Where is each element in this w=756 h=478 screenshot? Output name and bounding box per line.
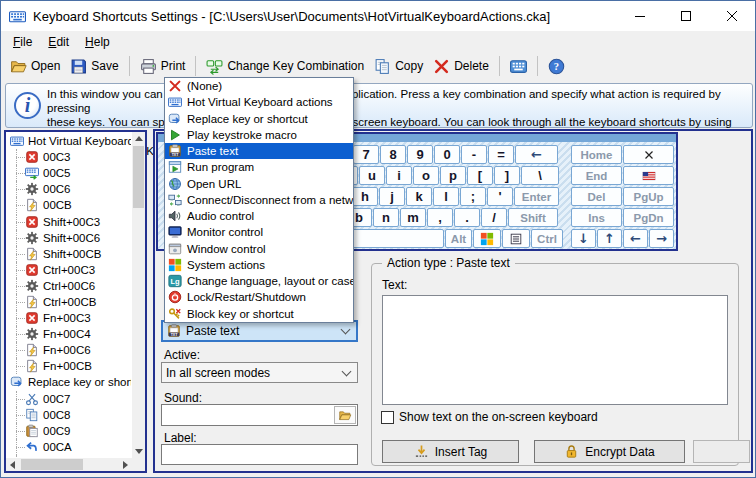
key-close-x[interactable] <box>623 145 674 164</box>
key-l[interactable]: l <box>433 187 459 206</box>
insert-tag-button[interactable]: Insert Tag <box>382 440 519 463</box>
tree-item-fn-00cb[interactable]: Fn+00CB <box>7 358 131 374</box>
tree-item-00ca[interactable]: 00CA <box>7 439 131 455</box>
tree-item-00c6[interactable]: 00C6 <box>7 181 131 197</box>
key-alt[interactable]: Alt <box>445 229 472 248</box>
key-del[interactable]: Del <box>571 187 622 206</box>
tree-item-ctrl-00c3[interactable]: Ctrl+00C3 <box>7 262 131 278</box>
scroll-up-arrow[interactable] <box>132 132 145 145</box>
dropdown-item-change-language-layout-or-case[interactable]: LgChange language, layout or case <box>165 273 353 289</box>
toolbar-open-button[interactable]: Open <box>5 56 65 77</box>
key-↓[interactable]: ↓ <box>571 229 596 248</box>
key-shift[interactable]: Shift <box>508 208 558 227</box>
key-←[interactable]: ← <box>623 229 648 248</box>
minimize-button[interactable] <box>617 1 663 31</box>
key-0[interactable]: 0 <box>434 145 460 164</box>
toolbar-print-button[interactable]: Print <box>135 56 191 77</box>
toolbar-save-button[interactable]: Save <box>65 56 123 77</box>
tree-item-00c5[interactable]: 00C5 <box>7 165 131 181</box>
action-type-combobox[interactable]: TXT Paste text <box>161 320 358 342</box>
menu-help[interactable]: Help <box>77 33 118 51</box>
dropdown-item-monitor-control[interactable]: Monitor control <box>165 224 353 240</box>
sound-browse-button[interactable] <box>334 406 356 424</box>
dropdown-item-lock-restart-shutdown[interactable]: Lock/Restart/Shutdown <box>165 289 353 305</box>
key-ins[interactable]: Ins <box>571 208 622 227</box>
key-h[interactable]: h <box>352 187 378 206</box>
key-o[interactable]: o <box>413 166 439 185</box>
tree-item-00c9[interactable]: 00C9 <box>7 423 131 439</box>
tree-vertical-scrollbar[interactable] <box>132 132 145 458</box>
vertical-scroll-thumb[interactable] <box>133 146 144 208</box>
key-9[interactable]: 9 <box>407 145 433 164</box>
maximize-button[interactable] <box>663 1 709 31</box>
dropdown-item-audio-control[interactable]: Audio control <box>165 208 353 224</box>
dropdown-item--none-[interactable]: (None) <box>165 78 353 94</box>
dropdown-item-run-program[interactable]: Run program <box>165 159 353 175</box>
close-button[interactable] <box>709 1 755 31</box>
dropdown-item-hot-virtual-keyboard-actions[interactable]: Hot Virtual Keyboard actions <box>165 94 353 110</box>
tree-item-00c3[interactable]: 00C3 <box>7 149 131 165</box>
dropdown-item-replace-key-or-shortcut[interactable]: Replace key or shortcut <box>165 111 353 127</box>
toolbar-help-button[interactable]: ? <box>543 56 570 77</box>
scroll-left-arrow[interactable] <box>6 458 19 471</box>
toolbar-change-key-combination-button[interactable]: Change Key Combination <box>201 56 369 77</box>
sound-input[interactable] <box>161 404 358 426</box>
toolbar-copy-button[interactable]: Copy <box>369 56 428 77</box>
key-k[interactable]: k <box>406 187 432 206</box>
toolbar-delete-button[interactable]: Delete <box>428 56 494 77</box>
paste-text-textarea[interactable] <box>382 295 728 405</box>
key-n[interactable]: n <box>373 208 399 227</box>
show-text-checkbox[interactable] <box>381 411 394 424</box>
tree-item-shift-00c7[interactable]: Shift+00C7 <box>7 455 131 457</box>
key-.[interactable]: . <box>454 208 480 227</box>
key-menu-key[interactable] <box>502 229 530 248</box>
key-p[interactable]: p <box>440 166 466 185</box>
key-enter[interactable]: Enter <box>514 187 559 206</box>
key-j[interactable]: j <box>379 187 405 206</box>
tree-horizontal-scrollbar[interactable] <box>6 458 132 471</box>
tree-item-00c8[interactable]: 00C8 <box>7 407 131 423</box>
encrypt-data-button[interactable]: Encrypt Data <box>534 440 685 463</box>
key-↑[interactable]: ↑ <box>597 229 622 248</box>
key--[interactable]: - <box>461 145 487 164</box>
key-us-flag[interactable] <box>623 166 674 185</box>
toolbar-keyboard-btn-button[interactable] <box>505 56 532 77</box>
key-ctrl[interactable]: Ctrl <box>531 229 563 248</box>
label-input[interactable] <box>161 444 358 465</box>
key-→[interactable]: → <box>649 229 674 248</box>
key-u[interactable]: u <box>359 166 385 185</box>
dropdown-item-paste-text[interactable]: TXTPaste text <box>165 143 353 159</box>
menu-file[interactable]: File <box>5 33 40 51</box>
dropdown-item-window-control[interactable]: Window control <box>165 241 353 257</box>
tree-item-00c7[interactable]: 00C7 <box>7 391 131 407</box>
key-pgup[interactable]: PgUp <box>623 187 674 206</box>
tree-item-replace-key-or-shortcut[interactable]: Replace key or shortcut <box>7 374 131 390</box>
key-m[interactable]: m <box>400 208 426 227</box>
key-pgdn[interactable]: PgDn <box>623 208 674 227</box>
tree-item-fn-00c6[interactable]: Fn+00C6 <box>7 342 131 358</box>
dropdown-item-system-actions[interactable]: System actions <box>165 257 353 273</box>
key-end[interactable]: End <box>571 166 622 185</box>
tree-item-shift-00c6[interactable]: Shift+00C6 <box>7 230 131 246</box>
dropdown-item-connect-disconnect-from-a-network[interactable]: Connect/Disconnect from a network <box>165 192 353 208</box>
key-][interactable]: ] <box>494 166 520 185</box>
key-=[interactable]: = <box>488 145 514 164</box>
key-;[interactable]: ; <box>460 187 486 206</box>
key-'[interactable]: ' <box>487 187 513 206</box>
key-7[interactable]: 7 <box>353 145 379 164</box>
tree-item-shift-00c3[interactable]: Shift+00C3 <box>7 213 131 229</box>
tree-item-ctrl-00cb[interactable]: Ctrl+00CB <box>7 294 131 310</box>
tree-item-shift-00cb[interactable]: Shift+00CB <box>7 246 131 262</box>
key-,[interactable]: , <box>427 208 453 227</box>
scroll-down-arrow[interactable] <box>132 445 145 458</box>
key-←[interactable]: ← <box>515 145 558 164</box>
key-i[interactable]: i <box>386 166 412 185</box>
tree-item-ctrl-00c6[interactable]: Ctrl+00C6 <box>7 278 131 294</box>
key-8[interactable]: 8 <box>380 145 406 164</box>
key-home[interactable]: Home <box>571 145 622 164</box>
tree-item-fn-00c4[interactable]: Fn+00C4 <box>7 326 131 342</box>
tree-item-fn-00c3[interactable]: Fn+00C3 <box>7 310 131 326</box>
active-combobox[interactable]: In all screen modes <box>161 362 358 383</box>
key-win-key[interactable] <box>473 229 501 248</box>
dropdown-item-block-key-or-shortcut[interactable]: Block key or shortcut <box>165 306 353 322</box>
